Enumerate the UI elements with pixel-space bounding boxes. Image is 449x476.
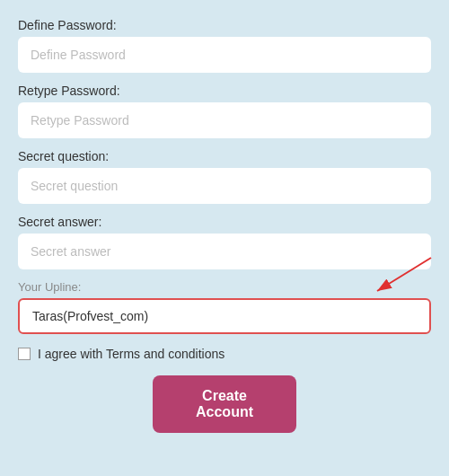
secret-question-group: Secret question: [18, 149, 431, 204]
agree-row: I agree with Terms and conditions [18, 347, 431, 361]
upline-label: Your Upline: [18, 280, 431, 294]
secret-answer-group: Secret answer: [18, 215, 431, 269]
retype-password-input[interactable] [18, 102, 431, 138]
secret-answer-label: Secret answer: [18, 215, 431, 229]
secret-answer-input[interactable] [18, 234, 431, 269]
create-account-button[interactable]: Create Account [153, 375, 296, 433]
agree-text: I agree with Terms and conditions [38, 347, 224, 361]
upline-value: Taras(Profvest_com) [18, 298, 431, 334]
retype-password-group: Retype Password: [18, 84, 431, 138]
registration-form: Define Password: Retype Password: Secret… [18, 18, 431, 433]
secret-question-label: Secret question: [18, 149, 431, 163]
define-password-label: Define Password: [18, 18, 431, 32]
upline-group: Your Upline: Taras(Profvest_com) [18, 280, 431, 334]
define-password-input[interactable] [18, 37, 431, 73]
define-password-group: Define Password: [18, 18, 431, 73]
secret-question-input[interactable] [18, 168, 431, 204]
upline-text: Taras(Profvest_com) [32, 309, 148, 323]
retype-password-label: Retype Password: [18, 84, 431, 98]
agree-checkbox[interactable] [18, 348, 31, 360]
